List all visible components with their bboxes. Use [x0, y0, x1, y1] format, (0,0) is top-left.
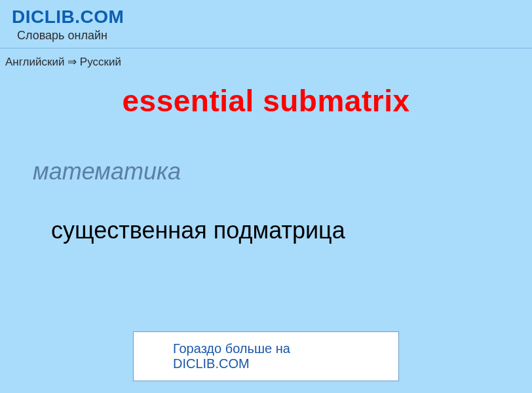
translation-text: существенная подматрица	[51, 217, 499, 244]
breadcrumb: Английский ⇒ Русский	[5, 55, 532, 69]
site-title[interactable]: DICLIB.COM	[12, 7, 532, 28]
divider	[0, 48, 532, 48]
definition-block: математика существенная подматрица	[0, 158, 532, 244]
category-label: математика	[33, 158, 499, 185]
site-subtitle: Словарь онлайн	[17, 29, 532, 43]
header: DICLIB.COM Словарь онлайн	[0, 0, 532, 43]
footer-link[interactable]: Гораздо больше на DICLIB.COM	[133, 331, 399, 381]
entry-title: essential submatrix	[0, 83, 532, 119]
